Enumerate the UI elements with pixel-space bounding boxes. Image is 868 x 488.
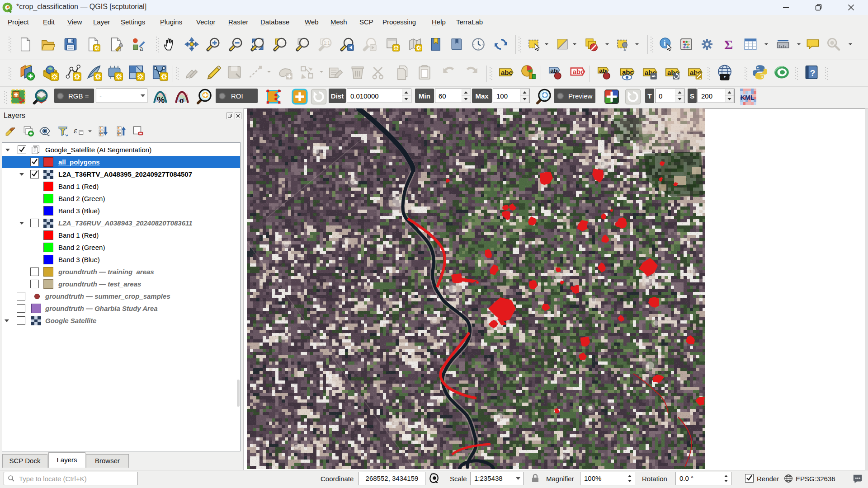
svg-text:abc: abc bbox=[573, 68, 585, 75]
svg-text:σ: σ bbox=[179, 95, 184, 105]
svg-text:Σ: Σ bbox=[724, 38, 733, 52]
svg-text:%: % bbox=[157, 95, 165, 105]
svg-text:a: a bbox=[140, 45, 143, 52]
svg-text:i: i bbox=[664, 39, 666, 47]
svg-text:abc: abc bbox=[501, 69, 513, 76]
svg-text:KML: KML bbox=[741, 94, 755, 101]
svg-text:ε: ε bbox=[74, 126, 77, 135]
svg-text:?: ? bbox=[810, 68, 816, 78]
svg-text:1:1: 1:1 bbox=[324, 41, 330, 46]
